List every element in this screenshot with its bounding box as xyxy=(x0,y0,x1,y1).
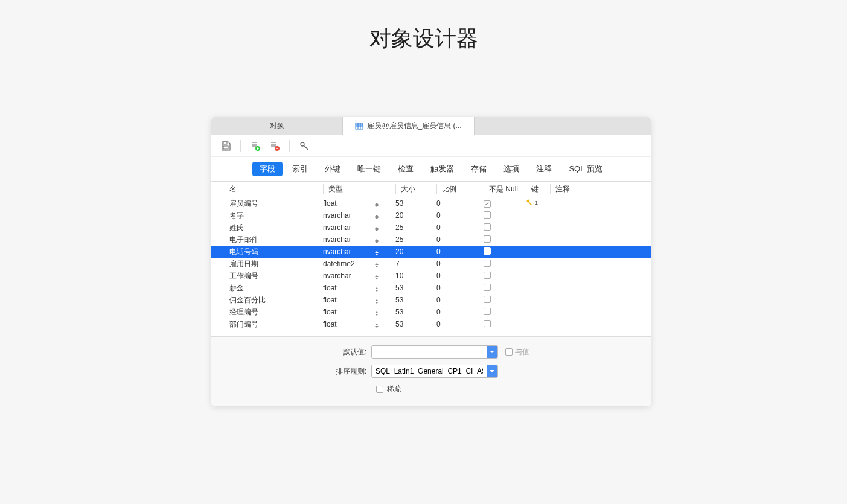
type-stepper-icon[interactable] xyxy=(375,212,381,221)
type-stepper-icon[interactable] xyxy=(375,249,381,257)
tab-objects[interactable]: 对象 xyxy=(211,117,343,135)
type-stepper-icon[interactable] xyxy=(375,285,381,293)
cell-name[interactable]: 经理编号 xyxy=(229,307,323,317)
cell-size[interactable]: 20 xyxy=(395,211,436,220)
cell-type[interactable]: nvarchar xyxy=(323,223,395,232)
col-header-name[interactable]: 名 xyxy=(229,184,323,194)
tab-table-designer[interactable]: 雇员@雇员信息_雇员信息 (... xyxy=(343,117,475,135)
subtab-foreign-keys[interactable]: 外键 xyxy=(318,162,348,176)
col-header-notnull[interactable]: 不是 Null xyxy=(484,184,526,194)
sparse-checkbox[interactable] xyxy=(376,386,383,393)
cell-type[interactable]: float xyxy=(323,284,395,292)
cell-size[interactable]: 20 xyxy=(395,247,436,256)
subtab-sql-preview[interactable]: SQL 预览 xyxy=(561,162,609,176)
cell-size[interactable]: 53 xyxy=(395,199,436,208)
cell-name[interactable]: 电话号码 xyxy=(229,247,323,257)
save-button[interactable] xyxy=(219,139,233,153)
table-row[interactable]: 电子邮件nvarchar250 xyxy=(211,234,651,246)
cell-size[interactable]: 7 xyxy=(395,260,436,268)
table-row[interactable]: 薪金float530 xyxy=(211,282,651,294)
type-stepper-icon[interactable] xyxy=(375,261,381,269)
subtab-indexes[interactable]: 索引 xyxy=(285,162,315,176)
cell-type[interactable]: nvarchar xyxy=(323,272,395,280)
notnull-checkbox[interactable] xyxy=(484,211,491,219)
cell-scale[interactable]: 0 xyxy=(436,308,484,316)
with-value-option[interactable]: 与值 xyxy=(505,347,529,357)
col-header-size[interactable]: 大小 xyxy=(395,184,436,194)
cell-size[interactable]: 10 xyxy=(395,272,436,280)
cell-type[interactable]: float xyxy=(323,199,395,208)
table-row[interactable]: 雇用日期datetime270 xyxy=(211,258,651,270)
table-row[interactable]: 名字nvarchar200 xyxy=(211,209,651,222)
default-value-input[interactable] xyxy=(372,348,487,356)
dropdown-icon[interactable] xyxy=(487,346,497,358)
type-stepper-icon[interactable] xyxy=(375,225,381,233)
type-stepper-icon[interactable] xyxy=(375,309,381,317)
col-header-key[interactable]: 键 xyxy=(526,184,550,194)
cell-scale[interactable]: 0 xyxy=(436,199,484,208)
cell-name[interactable]: 雇用日期 xyxy=(229,259,323,269)
cell-type[interactable]: float xyxy=(323,296,395,304)
table-row[interactable]: 雇员编号float5301 xyxy=(211,197,651,209)
table-row[interactable]: 佣金百分比float530 xyxy=(211,294,651,306)
table-row[interactable]: 经理编号float530 xyxy=(211,306,651,318)
notnull-checkbox[interactable] xyxy=(484,320,491,327)
notnull-checkbox[interactable] xyxy=(484,200,491,208)
cell-scale[interactable]: 0 xyxy=(436,296,484,304)
cell-scale[interactable]: 0 xyxy=(436,211,484,220)
notnull-checkbox[interactable] xyxy=(484,260,491,267)
sparse-option[interactable]: 稀疏 xyxy=(376,384,633,394)
add-field-button[interactable] xyxy=(248,139,263,153)
collation-input[interactable] xyxy=(372,367,487,375)
col-header-comment[interactable]: 注释 xyxy=(550,184,633,194)
cell-scale[interactable]: 0 xyxy=(436,272,484,280)
type-stepper-icon[interactable] xyxy=(375,200,381,209)
subtab-storage[interactable]: 存储 xyxy=(464,162,494,176)
type-stepper-icon[interactable] xyxy=(375,237,381,245)
cell-name[interactable]: 姓氏 xyxy=(229,223,323,233)
cell-name[interactable]: 雇员编号 xyxy=(229,199,323,209)
cell-name[interactable]: 薪金 xyxy=(229,283,323,293)
table-row[interactable]: 电话号码nvarchar200 xyxy=(211,246,651,258)
collation-combo[interactable] xyxy=(371,365,498,378)
cell-size[interactable]: 53 xyxy=(395,284,436,292)
cell-size[interactable]: 25 xyxy=(395,223,436,232)
table-row[interactable]: 部门编号float530 xyxy=(211,318,651,330)
cell-scale[interactable]: 0 xyxy=(436,260,484,268)
cell-size[interactable]: 53 xyxy=(395,308,436,316)
subtab-checks[interactable]: 检查 xyxy=(391,162,421,176)
notnull-checkbox[interactable] xyxy=(484,272,491,279)
subtab-triggers[interactable]: 触发器 xyxy=(423,162,461,176)
cell-size[interactable]: 53 xyxy=(395,296,436,304)
col-header-scale[interactable]: 比例 xyxy=(436,184,484,194)
table-row[interactable]: 姓氏nvarchar250 xyxy=(211,222,651,234)
subtab-fields[interactable]: 字段 xyxy=(252,162,283,176)
cell-scale[interactable]: 0 xyxy=(436,284,484,292)
notnull-checkbox[interactable] xyxy=(484,284,491,291)
remove-field-button[interactable] xyxy=(267,139,282,153)
col-header-type[interactable]: 类型 xyxy=(323,184,395,194)
cell-name[interactable]: 名字 xyxy=(229,211,323,221)
cell-type[interactable]: nvarchar xyxy=(323,247,395,256)
notnull-checkbox[interactable] xyxy=(484,247,491,255)
cell-name[interactable]: 佣金百分比 xyxy=(229,295,323,305)
cell-type[interactable]: float xyxy=(323,320,395,328)
type-stepper-icon[interactable] xyxy=(375,321,381,330)
cell-scale[interactable]: 0 xyxy=(436,235,484,244)
cell-type[interactable]: nvarchar xyxy=(323,211,395,220)
cell-name[interactable]: 电子邮件 xyxy=(229,235,323,245)
cell-scale[interactable]: 0 xyxy=(436,247,484,256)
subtab-comment[interactable]: 注释 xyxy=(529,162,559,176)
dropdown-icon[interactable] xyxy=(487,365,497,377)
notnull-checkbox[interactable] xyxy=(484,308,491,315)
notnull-checkbox[interactable] xyxy=(484,223,491,231)
cell-type[interactable]: datetime2 xyxy=(323,260,395,268)
cell-name[interactable]: 工作编号 xyxy=(229,271,323,281)
type-stepper-icon[interactable] xyxy=(375,297,381,305)
cell-type[interactable]: nvarchar xyxy=(323,235,395,244)
cell-scale[interactable]: 0 xyxy=(436,320,484,328)
cell-type[interactable]: float xyxy=(323,308,395,316)
cell-name[interactable]: 部门编号 xyxy=(229,319,323,330)
cell-scale[interactable]: 0 xyxy=(436,223,484,232)
type-stepper-icon[interactable] xyxy=(375,273,381,281)
